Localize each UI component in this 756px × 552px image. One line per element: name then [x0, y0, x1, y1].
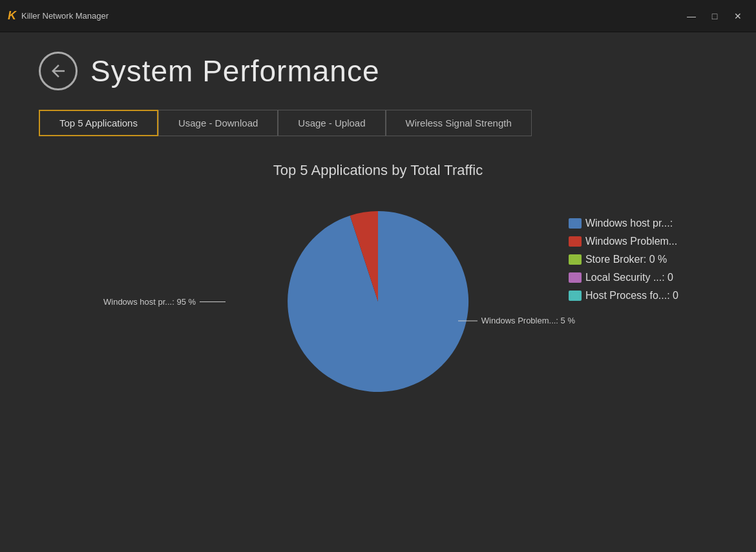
app-logo: K	[8, 9, 16, 23]
app-title: Killer Network Manager	[21, 11, 109, 21]
chart-area: Top 5 Applications by Total Traffic Wind…	[39, 162, 717, 405]
legend-color-blue	[569, 218, 582, 229]
legend-label-0: Windows host pr...:	[585, 218, 673, 229]
legend-item-1: Windows Problem...	[569, 236, 678, 247]
chart-title: Top 5 Applications by Total Traffic	[273, 162, 483, 179]
connector-left-icon	[200, 301, 226, 302]
legend-label-1: Windows Problem...	[585, 236, 677, 247]
title-bar-left: K Killer Network Manager	[8, 9, 109, 23]
pie-label-left: Windows host pr...: 95 %	[103, 297, 226, 307]
pie-slice-blue	[288, 211, 468, 392]
chart-container: Windows host pr...: 95 %	[39, 198, 717, 405]
pie-chart	[275, 198, 481, 405]
legend-label-3: Local Security ...: 0	[585, 272, 673, 283]
connector-right-icon	[458, 320, 478, 322]
page-header: System Performance	[39, 52, 717, 90]
legend-label-4: Host Process fo...: 0	[585, 290, 678, 302]
tab-download[interactable]: Usage - Download	[158, 110, 278, 136]
page-title: System Performance	[90, 54, 379, 88]
pie-label-right: Windows Problem...: 5 %	[458, 316, 575, 325]
close-button[interactable]: ✕	[728, 7, 748, 25]
legend-color-purple	[569, 272, 582, 283]
tab-bar: Top 5 Applications Usage - Download Usag…	[39, 110, 717, 136]
main-content: System Performance Top 5 Applications Us…	[0, 32, 756, 424]
legend-color-green	[569, 254, 582, 265]
chart-legend: Windows host pr...: Windows Problem... S…	[569, 218, 678, 308]
tab-wireless[interactable]: Wireless Signal Strength	[386, 110, 532, 136]
pie-label-left-text: Windows host pr...: 95 %	[103, 297, 196, 307]
title-bar: K Killer Network Manager — □ ✕	[0, 0, 756, 32]
pie-label-right-text: Windows Problem...: 5 %	[481, 316, 575, 325]
maximize-button[interactable]: □	[704, 7, 725, 25]
legend-item-3: Local Security ...: 0	[569, 272, 678, 283]
legend-item-4: Host Process fo...: 0	[569, 290, 678, 302]
tab-upload[interactable]: Usage - Upload	[278, 110, 385, 136]
tab-top5[interactable]: Top 5 Applications	[39, 110, 158, 136]
back-icon	[48, 61, 68, 81]
legend-item-2: Store Broker: 0 %	[569, 254, 678, 265]
back-button[interactable]	[39, 52, 78, 90]
window-controls: — □ ✕	[681, 7, 748, 25]
legend-item-0: Windows host pr...:	[569, 218, 678, 229]
pie-svg	[275, 198, 481, 405]
minimize-button[interactable]: —	[681, 7, 702, 25]
legend-color-teal	[569, 291, 582, 301]
legend-color-red	[569, 236, 582, 247]
legend-label-2: Store Broker: 0 %	[585, 254, 667, 265]
